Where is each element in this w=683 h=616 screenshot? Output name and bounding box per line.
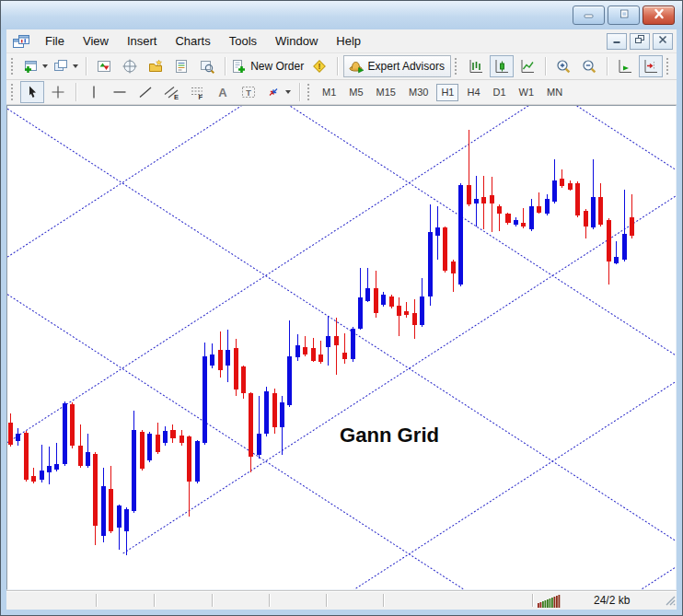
menu-item-tools[interactable]: Tools bbox=[220, 31, 266, 51]
cursor-icon bbox=[24, 84, 41, 100]
statusbar-separator bbox=[269, 594, 270, 607]
timeframe-m5-button[interactable]: M5 bbox=[344, 84, 367, 101]
line-chart-button[interactable] bbox=[515, 55, 539, 77]
vertical-line-button[interactable] bbox=[82, 81, 106, 103]
toolbar-grip[interactable] bbox=[11, 58, 15, 75]
menu-item-insert[interactable]: Insert bbox=[118, 31, 167, 51]
terminal-button[interactable] bbox=[169, 55, 193, 77]
data-window-button[interactable] bbox=[118, 55, 142, 77]
chart-area[interactable]: Gann Grid bbox=[6, 105, 677, 590]
fibonacci-icon: F bbox=[189, 84, 205, 100]
title-bar bbox=[1, 1, 682, 29]
zoom-out-button[interactable] bbox=[577, 55, 601, 77]
crosshair-icon bbox=[50, 84, 66, 100]
minimize-button[interactable] bbox=[573, 6, 605, 25]
terminal-icon bbox=[173, 58, 190, 75]
status-bar: 24/2 kb bbox=[6, 590, 677, 610]
menu-item-window[interactable]: Window bbox=[266, 31, 327, 51]
chart-window-icon bbox=[12, 33, 32, 50]
timeframe-m15-button[interactable]: M15 bbox=[372, 84, 400, 101]
crosshair-button[interactable] bbox=[46, 81, 70, 103]
mdi-close-button[interactable] bbox=[653, 33, 673, 50]
toolbar-separator bbox=[75, 83, 76, 101]
bar-chart-icon bbox=[468, 58, 484, 75]
svg-text:A: A bbox=[218, 86, 227, 99]
window-controls bbox=[573, 6, 675, 25]
expert-advisors-button[interactable]: Expert Advisors bbox=[343, 55, 451, 77]
candlestick-chart-button[interactable] bbox=[490, 55, 514, 77]
connection-bars-icon bbox=[538, 594, 561, 610]
text-button[interactable]: A bbox=[211, 81, 235, 103]
mdi-minimize-button[interactable] bbox=[607, 33, 627, 50]
resize-grip[interactable] bbox=[664, 594, 676, 609]
line-chart-icon bbox=[519, 58, 536, 75]
mdi-window-controls bbox=[604, 33, 673, 50]
timeframe-mn-button[interactable]: MN bbox=[542, 84, 567, 101]
timeframe-h4-button[interactable]: H4 bbox=[462, 84, 484, 101]
fibonacci-button[interactable]: F bbox=[185, 81, 209, 103]
price-chart[interactable]: Gann Grid bbox=[7, 106, 676, 589]
navigator-button[interactable] bbox=[144, 55, 168, 77]
toolbar-grip[interactable] bbox=[11, 84, 15, 100]
dropdown-caret-icon bbox=[42, 64, 48, 68]
new-order-button-label: New Order bbox=[250, 60, 304, 73]
network-traffic: 24/2 kb bbox=[594, 594, 630, 607]
chart-shift-button[interactable] bbox=[639, 55, 663, 77]
mdi-restore-button[interactable] bbox=[630, 33, 650, 50]
application-window: FileViewInsertChartsToolsWindowHelp New … bbox=[0, 0, 683, 616]
toolbar-separator bbox=[225, 57, 226, 76]
svg-text:!: ! bbox=[318, 62, 321, 71]
profiles-icon bbox=[52, 58, 69, 75]
maximize-button[interactable] bbox=[608, 6, 640, 25]
text-icon: A bbox=[214, 84, 231, 100]
profiles-button[interactable] bbox=[51, 55, 79, 77]
menu-item-view[interactable]: View bbox=[74, 31, 118, 51]
market-watch-button[interactable] bbox=[92, 55, 116, 77]
svg-text:T: T bbox=[246, 88, 251, 98]
timeframe-w1-button[interactable]: W1 bbox=[515, 84, 539, 101]
candle-chart-icon bbox=[493, 58, 510, 75]
gann-grid-lines[interactable] bbox=[7, 106, 676, 589]
toolbar-grip[interactable] bbox=[307, 84, 311, 100]
menu-item-file[interactable]: File bbox=[36, 31, 74, 51]
win-maximize-icon bbox=[617, 7, 631, 23]
metaeditor-icon: ! bbox=[311, 58, 328, 75]
standard-toolbar: New Order!Expert Advisors bbox=[6, 53, 677, 80]
new-order-button[interactable]: New Order bbox=[231, 55, 307, 77]
bar-chart-button[interactable] bbox=[464, 55, 488, 77]
menu-item-charts[interactable]: Charts bbox=[166, 31, 219, 51]
text-label-button[interactable]: T bbox=[237, 81, 260, 103]
navigator-icon bbox=[147, 58, 164, 75]
mdi-close-icon bbox=[656, 34, 669, 48]
horizontal-line-button[interactable] bbox=[108, 81, 132, 103]
strategy-tester-button[interactable] bbox=[195, 55, 219, 77]
cursor-button[interactable] bbox=[20, 81, 44, 103]
zoom-in-button[interactable] bbox=[551, 55, 575, 77]
auto-scroll-button[interactable] bbox=[613, 55, 637, 77]
timeframe-m30-button[interactable]: M30 bbox=[404, 84, 433, 101]
expert-advisors-button-label: Expert Advisors bbox=[368, 60, 445, 73]
close-button[interactable] bbox=[642, 6, 675, 25]
window-frame: FileViewInsertChartsToolsWindowHelp New … bbox=[1, 29, 682, 615]
new-chart-button[interactable] bbox=[20, 55, 49, 77]
timeframe-m1-button[interactable]: M1 bbox=[318, 84, 341, 101]
statusbar-separator bbox=[154, 594, 155, 607]
candles bbox=[8, 130, 635, 555]
dropdown-caret-icon bbox=[285, 90, 291, 94]
toolbar-grip[interactable] bbox=[666, 58, 670, 75]
strategy-tester-icon bbox=[199, 58, 215, 75]
win-minimize-icon bbox=[582, 7, 596, 23]
menu-item-help[interactable]: Help bbox=[327, 31, 370, 51]
metaeditor-button[interactable]: ! bbox=[307, 55, 331, 77]
timeframe-h1-button[interactable]: H1 bbox=[436, 84, 458, 101]
toolbar-separator bbox=[337, 57, 338, 76]
timeframe-d1-button[interactable]: D1 bbox=[489, 84, 511, 101]
statusbar-separator bbox=[532, 594, 533, 607]
trendline-button[interactable] bbox=[133, 81, 157, 103]
channel-icon: E bbox=[163, 84, 179, 100]
statusbar-separator bbox=[383, 594, 384, 607]
arrows-button[interactable] bbox=[262, 81, 294, 103]
statusbar-separator bbox=[326, 594, 327, 607]
equidistant-channel-button[interactable]: E bbox=[159, 81, 183, 103]
toolbar-grip[interactable] bbox=[455, 58, 458, 75]
